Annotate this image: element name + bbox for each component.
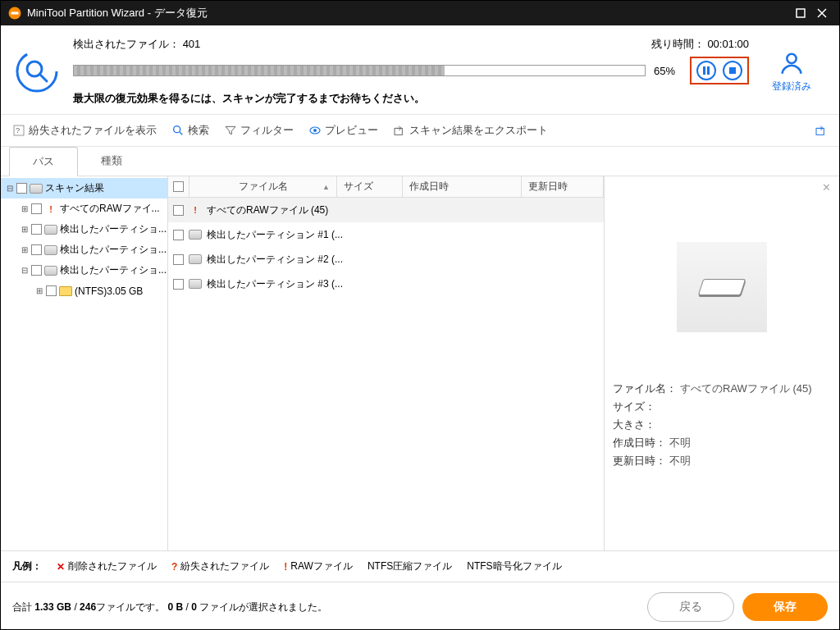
- drive-icon: [189, 254, 202, 264]
- user-icon: [778, 49, 806, 77]
- tree-label: 検出したパーティショ...: [60, 222, 167, 236]
- file-checkbox[interactable]: [173, 205, 184, 216]
- pause-button[interactable]: [696, 61, 716, 80]
- expand-icon[interactable]: ⊟: [6, 184, 14, 193]
- tree-row[interactable]: ⊟検出したパーティショ...: [1, 260, 167, 281]
- svg-rect-2: [797, 9, 805, 17]
- legend-deleted: ✕削除されたファイル: [57, 559, 157, 573]
- tree-row[interactable]: ⊞(NTFS)3.05 GB: [1, 281, 167, 301]
- tree-checkbox[interactable]: [31, 203, 42, 214]
- account-area[interactable]: 登録済み: [759, 49, 824, 94]
- filecount-value: 401: [183, 38, 201, 50]
- expand-icon[interactable]: ⊞: [21, 204, 29, 213]
- svg-rect-6: [703, 66, 705, 75]
- search-button[interactable]: 検索: [171, 123, 209, 138]
- footer: 合計 1.33 GB / 246ファイルです。 0 B / 0 ファイルが選択さ…: [1, 582, 839, 630]
- folder-icon: [59, 286, 72, 296]
- account-label: 登録済み: [759, 80, 824, 94]
- filecount-label: 検出されたファイル：: [73, 38, 180, 50]
- footer-summary: 合計 1.33 GB / 246ファイルです。 0 B / 0 ファイルが選択さ…: [12, 600, 327, 614]
- close-button[interactable]: [811, 2, 833, 24]
- preview-cdate-label: 作成日時：: [613, 436, 666, 449]
- preview-close-button[interactable]: ✕: [822, 181, 831, 194]
- preview-pane: ✕ ファイル名：すべてのRAWファイル (45) サイズ： 大きさ： 作成日時：…: [605, 176, 839, 550]
- drive-icon: [44, 225, 57, 235]
- tree-label: (NTFS)3.05 GB: [75, 285, 143, 297]
- tree-row[interactable]: ⊞!すべてのRAWファイ...: [1, 199, 167, 219]
- drive-icon: [44, 245, 57, 255]
- back-button[interactable]: 戻る: [647, 592, 734, 622]
- file-checkbox[interactable]: [173, 279, 184, 290]
- file-label: 検出したパーティション #3 (...: [207, 277, 343, 291]
- tree-label: 検出したパーティショ...: [60, 243, 167, 257]
- tree-row[interactable]: ⊟スキャン結果: [1, 178, 167, 199]
- column-created[interactable]: 作成日時: [403, 176, 522, 197]
- stop-button[interactable]: [723, 61, 742, 80]
- filter-button[interactable]: フィルター: [224, 123, 294, 138]
- tab-path[interactable]: パス: [9, 147, 78, 176]
- file-row[interactable]: 検出したパーティション #1 (...: [168, 222, 604, 247]
- save-button[interactable]: 保存: [742, 593, 828, 621]
- tree-checkbox[interactable]: [31, 244, 42, 255]
- file-label: 検出したパーティション #2 (...: [207, 253, 343, 267]
- tree-label: スキャン結果: [45, 181, 104, 195]
- show-lost-files-button[interactable]: ?紛失されたファイルを表示: [12, 123, 157, 138]
- raw-icon: !: [189, 205, 202, 215]
- column-filename[interactable]: ファイル名▲: [189, 176, 337, 197]
- tree-checkbox[interactable]: [31, 224, 42, 235]
- legend-lost: ?紛失されたファイル: [171, 559, 269, 573]
- expand-icon[interactable]: ⊞: [21, 245, 29, 254]
- share-button[interactable]: [815, 124, 828, 137]
- titlebar: MiniTool Partition Wizard - データ復元: [1, 1, 839, 25]
- disk-icon: [698, 279, 746, 295]
- file-list-header: ファイル名▲ サイズ 作成日時 更新日時: [168, 176, 604, 198]
- column-modified[interactable]: 更新日時: [522, 176, 604, 197]
- raw-icon: !: [44, 204, 57, 214]
- legend-compressed: NTFS圧縮ファイル: [368, 559, 452, 573]
- expand-icon[interactable]: ⊞: [21, 225, 29, 234]
- preview-bigness-label: 大きさ：: [613, 418, 655, 431]
- preview-name-value: すべてのRAWファイル (45): [680, 382, 812, 395]
- tree-row[interactable]: ⊞検出したパーティショ...: [1, 240, 167, 260]
- svg-rect-17: [816, 128, 824, 135]
- folder-tree: ⊟スキャン結果⊞!すべてのRAWファイ...⊞検出したパーティショ...⊞検出し…: [1, 176, 168, 550]
- file-checkbox[interactable]: [173, 254, 184, 265]
- file-row[interactable]: !すべてのRAWファイル (45): [168, 198, 604, 222]
- drive-icon: [189, 230, 202, 240]
- scanning-icon: [11, 45, 63, 98]
- tree-checkbox[interactable]: [16, 183, 27, 194]
- export-button[interactable]: スキャン結果をエクスポート: [393, 123, 548, 138]
- app-logo-icon: [7, 6, 22, 21]
- maximize-button[interactable]: [790, 2, 811, 24]
- sort-arrow-icon: ▲: [322, 183, 330, 191]
- file-row[interactable]: 検出したパーティション #2 (...: [168, 247, 604, 272]
- tree-label: 検出したパーティショ...: [60, 263, 167, 277]
- svg-point-3: [17, 52, 57, 91]
- remaining-value: 00:01:00: [707, 38, 749, 50]
- file-label: すべてのRAWファイル (45): [207, 203, 328, 217]
- expand-icon[interactable]: ⊟: [21, 266, 29, 275]
- legend-raw: !RAWファイル: [284, 559, 353, 573]
- preview-mdate-value: 不明: [669, 454, 691, 467]
- drive-icon: [30, 184, 43, 194]
- scan-controls: [690, 57, 749, 84]
- column-checkbox[interactable]: [168, 176, 189, 197]
- preview-mdate-label: 更新日時：: [613, 454, 666, 467]
- tree-checkbox[interactable]: [46, 285, 57, 296]
- svg-rect-1: [11, 12, 19, 15]
- file-checkbox[interactable]: [173, 230, 184, 240]
- scan-message: 最大限の復元効果を得るには、スキャンが完了するまでお待ちください。: [73, 91, 749, 106]
- tab-type[interactable]: 種類: [78, 147, 145, 176]
- preview-button[interactable]: プレビュー: [308, 123, 378, 138]
- tree-checkbox[interactable]: [31, 265, 42, 276]
- legend-encrypted: NTFS暗号化ファイル: [467, 559, 561, 573]
- svg-point-12: [174, 126, 180, 133]
- toolbar: ?紛失されたファイルを表示 検索 フィルター プレビュー スキャン結果をエクスポ…: [1, 114, 839, 147]
- column-size[interactable]: サイズ: [337, 176, 403, 197]
- file-row[interactable]: 検出したパーティション #3 (...: [168, 272, 604, 296]
- preview-size-label: サイズ：: [613, 400, 655, 413]
- file-label: 検出したパーティション #1 (...: [207, 228, 343, 242]
- tree-row[interactable]: ⊞検出したパーティショ...: [1, 219, 167, 240]
- svg-point-15: [313, 129, 317, 132]
- expand-icon[interactable]: ⊞: [35, 286, 43, 295]
